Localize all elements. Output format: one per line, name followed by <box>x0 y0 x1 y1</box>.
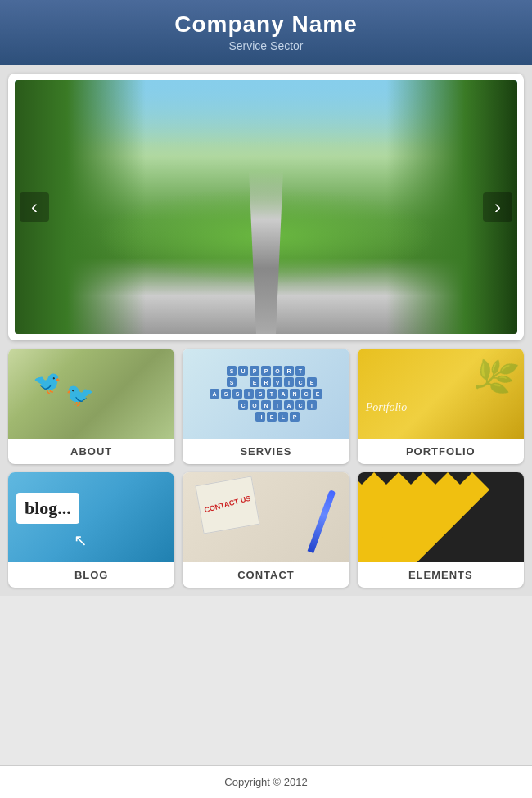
tile: R <box>261 377 271 387</box>
tile: E <box>313 389 322 399</box>
grid-item-contact[interactable]: CONTACT US CONTACT <box>183 472 349 588</box>
tile: L <box>278 412 288 422</box>
tile: S <box>227 366 237 376</box>
contact-image: CONTACT US <box>183 472 349 562</box>
tile <box>238 377 248 387</box>
tile: S <box>227 377 237 387</box>
tile: C <box>301 389 311 399</box>
blog-label: BLOG <box>8 562 174 588</box>
scrabble-row-5: H E L P <box>232 412 300 422</box>
tile: C <box>295 400 305 410</box>
tile <box>215 400 225 410</box>
tile: P <box>261 366 271 376</box>
grid-item-services[interactable]: S U P P O R T S E R V <box>183 349 349 464</box>
about-label: ABOUT <box>8 439 174 464</box>
tile: S <box>232 389 242 399</box>
bird-icon-2: 🐦 <box>65 381 94 408</box>
tile: E <box>250 377 259 387</box>
navigation-grid: 🐦 🐦 ABOUT S U P P O R T <box>8 349 524 588</box>
cursor-icon: ↖ <box>74 530 88 550</box>
tile: S <box>221 389 231 399</box>
footer: Copyright © 2012 <box>0 765 532 798</box>
tile: T <box>307 400 317 410</box>
company-name: Company Name <box>0 11 532 38</box>
blog-sign: blog... <box>16 493 79 524</box>
grid-item-elements[interactable]: ELEMENTS <box>358 472 524 588</box>
tile: S <box>255 389 265 399</box>
tile: P <box>290 412 300 422</box>
slider-container: ‹ › <box>8 74 524 340</box>
services-label: SERVIES <box>183 439 349 464</box>
tile: O <box>273 366 282 376</box>
tile: H <box>255 412 265 422</box>
contact-stamp: CONTACT US <box>204 494 252 516</box>
scrabble-row-1: S U P P O R T <box>227 366 305 376</box>
tile: A <box>278 389 288 399</box>
header: Company Name Service Sector <box>0 0 532 65</box>
plant-icon: 🌿 <box>469 351 521 401</box>
tile: T <box>267 389 277 399</box>
elements-image <box>358 472 524 562</box>
services-image: S U P P O R T S E R V <box>183 349 349 439</box>
tile: I <box>284 377 294 387</box>
tile: V <box>273 377 282 387</box>
portfolio-label: PORTFOLIO <box>358 439 524 464</box>
blog-image: blog... ↖ <box>8 472 174 562</box>
scrabble-display: S U P P O R T S E R V <box>210 366 322 422</box>
tile <box>232 412 242 422</box>
tile: N <box>290 389 300 399</box>
tile: P <box>250 366 259 376</box>
main-content: ‹ › 🐦 🐦 ABOUT S U P P <box>0 65 532 596</box>
tile: T <box>273 400 282 410</box>
tile: C <box>238 400 248 410</box>
tile <box>227 400 237 410</box>
tile: T <box>295 366 305 376</box>
copyright-text: Copyright © 2012 <box>10 776 522 788</box>
slider-prev-button[interactable]: ‹ <box>20 192 49 222</box>
elements-label: ELEMENTS <box>358 562 524 588</box>
image-slider: ‹ › <box>15 80 517 334</box>
tile: N <box>261 400 271 410</box>
tile: A <box>210 389 219 399</box>
contact-paper: CONTACT US <box>196 476 260 534</box>
slider-next-button[interactable]: › <box>483 192 512 222</box>
tile: E <box>267 412 277 422</box>
bird-icon-1: 🐦 <box>33 369 61 396</box>
tile: U <box>238 366 248 376</box>
portfolio-image: 🌿 Portfolio <box>358 349 524 439</box>
pen-icon <box>307 489 336 553</box>
about-image: 🐦 🐦 <box>8 349 174 439</box>
tile: E <box>307 377 317 387</box>
tile: R <box>284 366 294 376</box>
scrabble-row-4: C O N T A C T <box>215 400 317 410</box>
tile: C <box>295 377 305 387</box>
subtitle: Service Sector <box>0 39 532 52</box>
scrabble-row-2: S E R V I C E <box>215 377 317 387</box>
contact-label: CONTACT <box>183 562 349 588</box>
tile <box>244 412 254 422</box>
tile: I <box>244 389 254 399</box>
scrabble-row-3: A S S I S T A N C E <box>210 389 322 399</box>
tile: O <box>250 400 259 410</box>
grid-item-blog[interactable]: blog... ↖ BLOG <box>8 472 174 588</box>
grid-item-portfolio[interactable]: 🌿 Portfolio PORTFOLIO <box>358 349 524 464</box>
portfolio-overlay-text: Portfolio <box>366 401 408 414</box>
tile <box>215 377 225 387</box>
grid-item-about[interactable]: 🐦 🐦 ABOUT <box>8 349 174 464</box>
tile: A <box>284 400 294 410</box>
